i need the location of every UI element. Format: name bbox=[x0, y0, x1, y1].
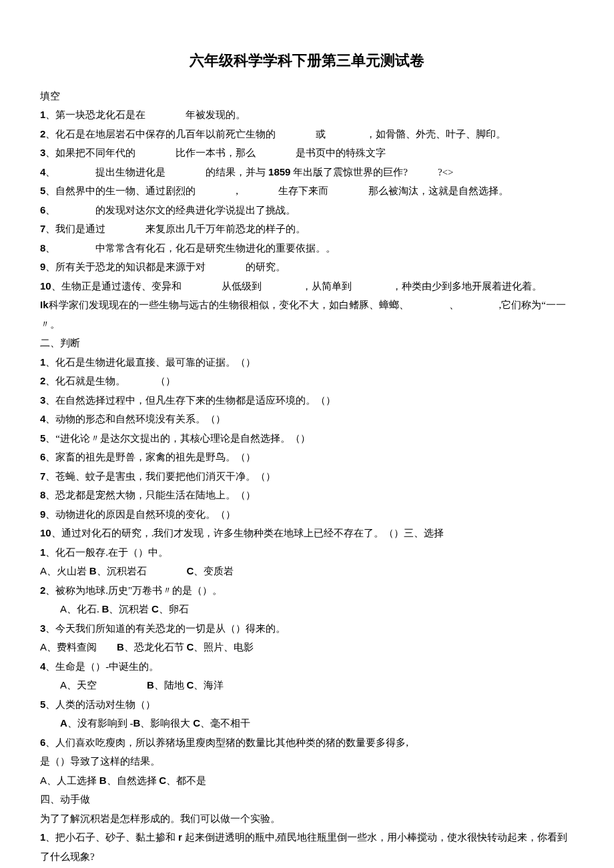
opt-c-text: 、毫不相干 bbox=[200, 718, 250, 729]
fill-q7: 7、我们是通过 来复原出几千万年前恐龙的样子的。 bbox=[40, 220, 574, 239]
judge-q1: 1、化石是生物进化最直接、最可靠的证据。（） bbox=[40, 353, 574, 372]
q-text: 、动物的形态和自然环境没有关系。（） bbox=[45, 414, 226, 424]
opt-a-label: A bbox=[60, 679, 67, 691]
fill-q1: 1、第一块恐龙化石是在 年被发现的。 bbox=[40, 105, 574, 125]
opt-b-label: B bbox=[102, 603, 109, 614]
choice-q6-options: A、人工选择 B、自然选择 C、都不是 bbox=[40, 771, 574, 791]
q-text: 、 的发现对达尔文的经典进化学说提出了挑战。 bbox=[45, 205, 296, 215]
year-1859: 1859 bbox=[268, 166, 290, 177]
opt-b-label: B bbox=[89, 565, 97, 576]
opt-a-label: A bbox=[60, 603, 67, 614]
q-num: Ik bbox=[40, 299, 49, 310]
q-text: 、 提出生物进化是 的结果，并与 bbox=[45, 167, 268, 177]
opt-b-text: 、恐龙化石节 bbox=[124, 642, 187, 653]
fill-q6: 6、 的发现对达尔文的经典进化学说提出了挑战。 bbox=[40, 201, 574, 220]
opt-a-label: A bbox=[40, 565, 47, 576]
choice-q5-options: A、没有影响到 -B、影响很大 C、毫不相干 bbox=[40, 714, 574, 733]
choice-q4-options: A、天空 B、陆地 C、海洋 bbox=[40, 676, 574, 695]
opt-b-label: B bbox=[147, 679, 154, 691]
opt-c-text: 、卵石 bbox=[159, 604, 189, 614]
q-text: 、化石就是生物。 （） bbox=[45, 376, 176, 386]
opt-c-label: C bbox=[151, 603, 159, 614]
judge-q4: 4、动物的形态和自然环境没有关系。（） bbox=[40, 410, 574, 429]
q-text: 、化石是在地层岩石中保存的几百年以前死亡生物的 或 ，如骨骼、外壳、叶子、脚印。 bbox=[45, 129, 506, 139]
opt-b-text: 、沉积岩石 bbox=[97, 566, 187, 576]
choice-q4: 4、生命是（）-中诞生的。 bbox=[40, 657, 574, 677]
choice-q3-options: A、费料查阅 B、恐龙化石节 C、照片、电影 bbox=[40, 638, 574, 657]
q-text: 、人们喜欢吃瘦肉，所以养猪场里瘦肉型猪的数量比其他种类的猪的数量要多得多, bbox=[45, 737, 408, 748]
opt-c-label: C bbox=[187, 565, 194, 576]
opt-a-text: 、火山岩 bbox=[47, 566, 89, 576]
hands-on-q1: 1、把小石子、砂子、黏土掺和 r 起来倒进透明的瓶中,殖民地往瓶里倒一些水，用小… bbox=[40, 828, 574, 866]
judge-q7: 7、苍蝇、蚊子是害虫，我们要把他们消灭干净。（） bbox=[40, 467, 574, 486]
opt-a-text: 、费料查阅 bbox=[47, 642, 117, 653]
q-text: 、化石是生物进化最直接、最可靠的证据。（） bbox=[45, 357, 256, 368]
section-hands-on: 四、动手做 bbox=[40, 790, 574, 809]
opt-a-text: 、没有影响到 - bbox=[67, 718, 133, 729]
opt-a-label: A bbox=[60, 717, 67, 729]
fill-q10: 10、生物正是通过遗传、变异和 从低级到 ，从简单到 ，种类由少到多地开展着进化… bbox=[40, 277, 574, 296]
fill-q3: 3、如果把不同年代的 比作一本书，那么 是书页中的特殊文字 bbox=[40, 143, 574, 163]
q-num: 10 bbox=[40, 527, 51, 538]
q-text: 、家畜的祖先是野兽，家禽的祖先是野鸟。（） bbox=[45, 452, 256, 462]
q-text: 、动物进化的原因是自然环境的变化。（） bbox=[45, 509, 236, 520]
q-text: 、今天我们所知道的有关恐龙的一切是从（）得来的。 bbox=[45, 623, 286, 634]
q-text: 、自然界中的生一物、通过剧烈的 , 生存下来而 那么被淘汰，这就是自然选择。 bbox=[45, 185, 509, 196]
q-text: 科学家们发现现在的一些生物与远古的生物很相似，变化不大，如白鳍豚、蟑螂、 、 ,… bbox=[40, 300, 566, 330]
q-text: 、苍蝇、蚊子是害虫，我们要把他们消灭干净。（） bbox=[45, 471, 276, 482]
judge-q8: 8、恐龙都是宠然大物，只能生活在陆地上。（） bbox=[40, 486, 574, 505]
opt-c-text: 、都不是 bbox=[166, 775, 206, 786]
q-text: 、在自然选择过程中，但凡生存下来的生物都是适应环境的。（） bbox=[45, 395, 336, 406]
opt-c-label: C bbox=[193, 717, 200, 729]
opt-b-text: 、影响很大 bbox=[140, 718, 193, 729]
q-text: 、恐龙都是宠然大物，只能生活在陆地上。（） bbox=[45, 490, 256, 500]
q-num: 10 bbox=[40, 280, 51, 292]
opt-c-text: 、照片、电影 bbox=[194, 642, 254, 653]
q-text: 、生物正是通过遗传、变异和 从低级到 ，从简单到 ，种类由少到多地开展着进化着。 bbox=[51, 281, 542, 292]
q-text: 、被称为地球.历史"万卷书〃的是（）。 bbox=[45, 585, 222, 596]
q-text: 年出版了震惊世界的巨作? ?<> bbox=[290, 167, 453, 177]
q-text: 、第一块恐龙化石是在 年被发现的。 bbox=[45, 109, 246, 120]
opt-b-label: B bbox=[133, 717, 141, 729]
choice-q2-options: A、化石. B、沉积岩 C、卵石 bbox=[40, 600, 574, 619]
choice-q3: 3、今天我们所知道的有关恐龙的一切是从（）得来的。 bbox=[40, 619, 574, 638]
opt-a-text: 、化石. bbox=[67, 604, 102, 614]
section-fill-blank: 填空 bbox=[40, 87, 574, 106]
opt-a-label: A bbox=[40, 641, 47, 653]
fill-q4: 4、 提出生物进化是 的结果，并与 1859 年出版了震惊世界的巨作? ?<> bbox=[40, 163, 574, 182]
opt-c-text: 、海洋 bbox=[194, 680, 224, 691]
choice-q5: 5、人类的活动对生物（） bbox=[40, 695, 574, 715]
fill-q2: 2、化石是在地层岩石中保存的几百年以前死亡生物的 或 ，如骨骼、外壳、叶子、脚印… bbox=[40, 125, 574, 144]
choice-q6-line2: 是（）导致了这样的结果。 bbox=[40, 752, 574, 771]
opt-b-label: B bbox=[99, 775, 107, 786]
opt-c-label: C bbox=[187, 679, 194, 691]
opt-a-text: 、天空 bbox=[67, 680, 147, 691]
opt-c-label: C bbox=[187, 641, 194, 653]
fill-q5: 5、自然界中的生一物、通过剧烈的 , 生存下来而 那么被淘汰，这就是自然选择。 bbox=[40, 181, 574, 201]
judge-q5: 5、“进化论〃是达尔文提出的，其核心理论是自然选择。（） bbox=[40, 429, 574, 448]
q-text: 、人类的活动对生物（） bbox=[45, 699, 156, 710]
judge-q10: 10、通过对化石的研究，.我们才发现，许多生物种类在地球上已经不存在了。（）三、… bbox=[40, 524, 574, 543]
choice-q2: 2、被称为地球.历史"万卷书〃的是（）。 bbox=[40, 581, 574, 600]
q-text: 、“进化论〃是达尔文提出的，其核心理论是自然选择。（） bbox=[45, 433, 310, 444]
choice-q1: 1、化石一般存.在于（）中。 bbox=[40, 543, 574, 562]
opt-b-text: 、沉积岩 bbox=[109, 604, 151, 614]
judge-q3: 3、在自然选择过程中，但凡生存下来的生物都是适应环境的。（） bbox=[40, 391, 574, 410]
page-title: 六年级科学学科下册第三单元测试卷 bbox=[40, 47, 574, 75]
opt-a-text: 、人工选择 bbox=[47, 775, 99, 786]
q-text: 、 中常常含有化石，化石是研究生物进化的重要依据。。 bbox=[45, 243, 336, 254]
choice-q6: 6、人们喜欢吃瘦肉，所以养猪场里瘦肉型猪的数量比其他种类的猪的数量要多得多, bbox=[40, 733, 574, 753]
judge-q2: 2、化石就是生物。 （） bbox=[40, 372, 574, 391]
q-text: 、生命是（）-中诞生的。 bbox=[45, 661, 159, 672]
hands-on-intro: 为了了解沉积岩是怎样形成的。我们可以做一个实验。 bbox=[40, 809, 574, 829]
q-text: 、所有关于恐龙的知识都是来源于对 的研究。 bbox=[45, 262, 286, 272]
q-text: 、通过对化石的研究，.我们才发现，许多生物种类在地球上已经不存在了。（）三、选择 bbox=[51, 528, 444, 538]
opt-b-text: 、自然选择 bbox=[107, 775, 160, 786]
q-text: 、化石一般存.在于（）中。 bbox=[45, 547, 168, 558]
fill-q9: 9、所有关于恐龙的知识都是来源于对 的研究。 bbox=[40, 258, 574, 277]
q-text: 、我们是通过 来复原出几千万年前恐龙的样子的。 bbox=[45, 224, 306, 234]
opt-a-label: A bbox=[40, 775, 47, 786]
opt-c-label: C bbox=[159, 775, 166, 786]
choice-q1-options: A、火山岩 B、沉积岩石 C、变质岩 bbox=[40, 562, 574, 581]
fill-q8: 8、 中常常含有化石，化石是研究生物进化的重要依据。。 bbox=[40, 239, 574, 258]
